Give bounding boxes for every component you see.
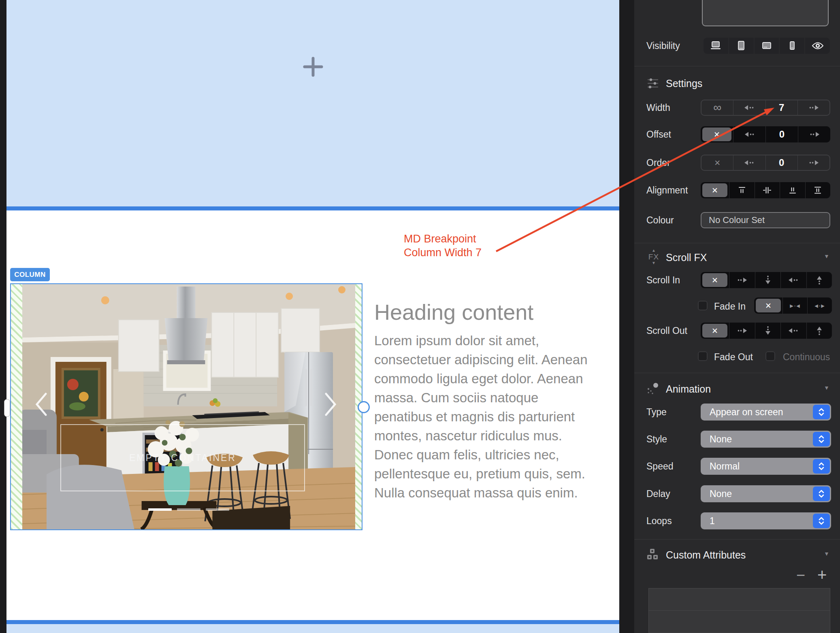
scroll-in-label: Scroll In	[646, 275, 680, 286]
scroll-in-up-button[interactable]	[806, 272, 832, 288]
align-top-button[interactable]	[729, 182, 755, 198]
scroll-in-right-button[interactable]	[729, 272, 755, 288]
window-left-edge	[0, 0, 6, 633]
offset-decrement-button[interactable]	[733, 126, 765, 142]
width-link-button[interactable]: ∞	[701, 100, 733, 115]
add-brick-button[interactable]	[303, 56, 324, 77]
delay-dropdown[interactable]: None	[701, 485, 831, 502]
dropdown-stepper[interactable]	[813, 459, 830, 474]
visibility-desktop-button[interactable]	[704, 38, 728, 54]
loops-stepper-field[interactable]: 1	[701, 512, 831, 529]
width-decrement-button[interactable]	[733, 100, 765, 115]
scroll-out-clear-button[interactable]: ✕	[701, 323, 729, 339]
order-decrement-button[interactable]	[733, 155, 765, 170]
fade-in-in-button[interactable]: ▸·◂	[782, 297, 807, 314]
annotation-note: MD Breakpoint Column Width 7	[404, 232, 482, 259]
app-window: MD Breakpoint Column Width 7 COLUMN	[0, 0, 840, 633]
attribute-row[interactable]	[649, 588, 830, 611]
style-dropdown[interactable]: None	[701, 431, 831, 448]
kitchen-photo	[22, 284, 355, 529]
scroll-out-right-button[interactable]	[729, 323, 755, 339]
alignment-control: ✕	[701, 182, 830, 198]
align-stretch-button[interactable]	[805, 182, 831, 198]
separator	[634, 243, 840, 243]
alignment-clear-button[interactable]: ✕	[701, 182, 729, 198]
scroll-fx-disclosure[interactable]: ▼	[824, 253, 829, 259]
fade-in-icon: ▸·◂	[790, 302, 800, 310]
fade-in-control: ✕ ▸·◂ ◂·▸	[754, 297, 832, 314]
slide-up-icon	[817, 275, 822, 285]
order-increment-button[interactable]	[797, 155, 829, 170]
carousel-next-button[interactable]	[324, 392, 337, 418]
fade-in-out-button[interactable]: ◂·▸	[807, 297, 832, 314]
order-value[interactable]: 0	[765, 155, 797, 170]
scroll-in-left-button[interactable]	[780, 272, 806, 288]
offset-value[interactable]: 0	[765, 126, 798, 142]
dropdown-stepper[interactable]	[813, 486, 830, 501]
scroll-in-clear-button[interactable]: ✕	[701, 272, 729, 288]
continuous-checkbox[interactable]	[765, 351, 775, 361]
colour-well[interactable]: No Colour Set	[701, 212, 830, 228]
row-edge-handle[interactable]	[4, 399, 10, 417]
column-badge[interactable]: COLUMN	[10, 268, 50, 281]
align-stretch-icon	[814, 186, 822, 194]
canvas-heading[interactable]: Heading content	[374, 300, 533, 325]
dropdown-stepper[interactable]	[813, 405, 830, 419]
add-attribute-button[interactable]: +	[817, 566, 827, 584]
offset-increment-button[interactable]	[798, 126, 830, 142]
scroll-in-down-button[interactable]	[755, 272, 781, 288]
fade-out-checkbox[interactable]	[698, 351, 708, 361]
carousel-prev-button[interactable]	[34, 392, 48, 418]
column-resize-handle[interactable]	[358, 401, 370, 413]
carousel-indicator-2[interactable]	[177, 508, 200, 511]
animation-icon	[646, 382, 660, 395]
slide-right-icon	[737, 328, 747, 333]
clear-icon: ✕	[702, 324, 727, 338]
stepper-left-icon	[744, 132, 755, 137]
eye-icon	[811, 41, 824, 50]
type-dropdown[interactable]: Appear on screen	[701, 404, 831, 421]
carousel-indicator-3[interactable]	[206, 508, 229, 511]
fade-in-clear-button[interactable]: ✕	[754, 297, 782, 314]
visibility-preview-button[interactable]	[804, 38, 830, 54]
section-top[interactable]	[6, 0, 619, 206]
classes-field[interactable]	[702, 0, 829, 26]
width-label: Width	[646, 102, 670, 113]
scroll-out-left-button[interactable]	[780, 323, 806, 339]
width-value[interactable]: 7	[765, 100, 797, 115]
separator	[634, 66, 840, 66]
order-clear-button[interactable]: ✕	[701, 155, 733, 170]
animation-disclosure[interactable]: ▼	[824, 384, 829, 391]
selected-column[interactable]: EMPTY CONTAINER	[10, 283, 362, 530]
style-label: Style	[646, 434, 667, 445]
scroll-fx-icon: ▲FX▼	[645, 249, 663, 265]
chevron-up-down-icon	[818, 516, 825, 525]
custom-attributes-table[interactable]	[648, 588, 830, 633]
loops-label: Loops	[646, 516, 672, 527]
fade-out-icon: ◂·▸	[814, 302, 825, 310]
canvas-paragraph[interactable]: Lorem ipsum dolor sit amet, consectetuer…	[374, 331, 593, 502]
clear-icon: ✕	[756, 299, 781, 312]
attribute-row[interactable]	[649, 611, 830, 633]
offset-clear-button[interactable]: ✕	[701, 126, 733, 142]
dropdown-stepper[interactable]	[813, 514, 830, 528]
scroll-in-control: ✕	[701, 272, 832, 288]
speed-dropdown[interactable]: Normal	[701, 458, 831, 475]
empty-container-dropzone[interactable]: EMPTY CONTAINER	[60, 424, 305, 491]
dropdown-stepper[interactable]	[813, 432, 830, 446]
section-bottom[interactable]	[6, 624, 619, 633]
visibility-tablet-landscape-button[interactable]	[754, 38, 779, 54]
custom-attributes-disclosure[interactable]: ▼	[824, 550, 829, 557]
image-carousel[interactable]: EMPTY CONTAINER	[22, 284, 355, 529]
scroll-out-up-button[interactable]	[806, 323, 832, 339]
align-bottom-button[interactable]	[780, 182, 805, 198]
carousel-indicator-1[interactable]	[148, 508, 172, 511]
align-middle-button[interactable]	[755, 182, 780, 198]
fade-in-checkbox[interactable]	[698, 301, 708, 310]
section-divider-bottom	[6, 620, 619, 624]
visibility-tablet-portrait-button[interactable]	[728, 38, 754, 54]
visibility-phone-button[interactable]	[779, 38, 804, 54]
width-increment-button[interactable]	[797, 100, 829, 115]
remove-attribute-button[interactable]: −	[796, 567, 805, 584]
scroll-out-down-button[interactable]	[755, 323, 781, 339]
